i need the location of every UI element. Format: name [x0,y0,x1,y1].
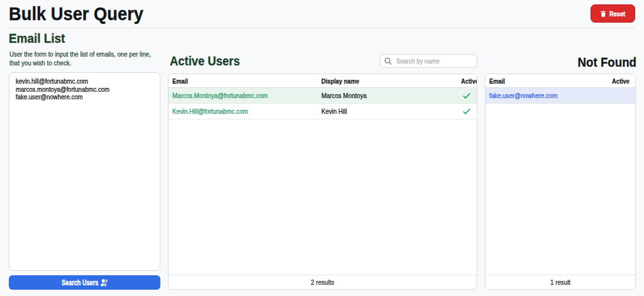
svg-text:?: ? [104,279,108,285]
